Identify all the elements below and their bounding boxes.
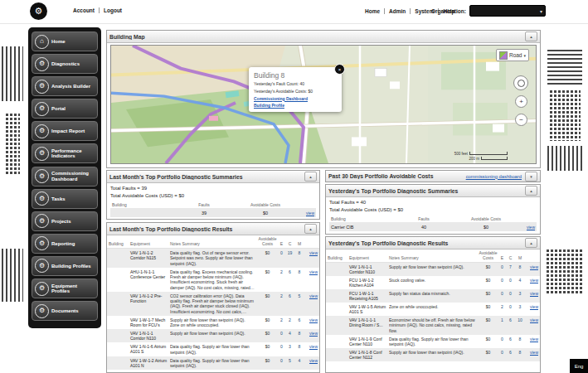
sidebar-item[interactable]: ⚙ Commissioning Dashboard: [32, 167, 98, 186]
popup-building-profile-link[interactable]: Building Profile: [254, 103, 337, 108]
cell-energy-count: 0: [278, 358, 285, 363]
commissioning-dashboard-link[interactable]: commissioning dashboard: [466, 174, 522, 179]
account-link[interactable]: Account: [73, 7, 95, 13]
header-nav-link[interactable]: Admin: [384, 8, 406, 14]
sidebar-item[interactable]: ⚙ Building Profiles: [32, 256, 98, 276]
cell-notes: Supply fan status data mismatch.: [389, 291, 478, 296]
col-e: E: [278, 242, 285, 247]
view-link[interactable]: view: [530, 337, 538, 342]
sidebar-item-icon: ⚙: [35, 102, 49, 116]
map-compass-button[interactable]: [513, 75, 528, 90]
view-link[interactable]: view: [530, 264, 538, 269]
sidebar-item[interactable]: ⚙ Performance Indicators: [32, 143, 98, 163]
collapse-button[interactable]: ▴: [304, 172, 317, 182]
sidebar-item[interactable]: ⚙ Diagnostics: [32, 54, 98, 74]
collapse-button[interactable]: ▴: [304, 224, 317, 234]
zoom-out-button[interactable]: −: [515, 114, 527, 126]
chevron-up-icon: ▴: [530, 188, 532, 193]
sidebar-item[interactable]: ⌂ Home: [32, 31, 98, 51]
sidebar-item-label: Building Profiles: [51, 264, 91, 269]
cell-faults: 40: [391, 225, 457, 230]
language-tab[interactable]: Eng: [570, 359, 588, 373]
view-link[interactable]: view: [530, 317, 538, 322]
cell-equipment: FCU 1-W-1-1 Receiving A105: [349, 291, 389, 301]
icon-glyph: ⚙: [39, 150, 45, 157]
decor-pattern: [549, 90, 581, 141]
sidebar-item[interactable]: ⚙ Analysis Builder: [32, 76, 98, 96]
icon-glyph: ⚙: [39, 128, 45, 134]
expand-button[interactable]: ▾: [525, 172, 537, 182]
panel-title: Yesterday's Top Portfolio Diagnostic Sum…: [328, 188, 525, 194]
past-30-days-panel: Past 30 Days Portfolio Avoidable Costs c…: [325, 170, 541, 182]
table-body: VAV 1-N-1-1 Corridor N110 Supply air flo…: [326, 263, 540, 361]
table-row: FCU 1-W-1-1 Receiving A105 Supply fan st…: [326, 289, 540, 303]
table-row: VAV 1-N-1-9 Conf Center N110 Data qualit…: [326, 335, 540, 349]
panel-header: Past 30 Days Portfolio Avoidable Costs c…: [326, 171, 540, 182]
view-link[interactable]: view: [309, 293, 318, 298]
view-link[interactable]: view: [530, 278, 538, 283]
view-link[interactable]: view: [530, 304, 538, 309]
cell-equipment: VAV 1-N-1-2 Corridor N115: [130, 250, 170, 260]
view-link[interactable]: view: [309, 331, 318, 336]
collapse-button[interactable]: ▴: [525, 238, 537, 248]
col-building: Building: [109, 241, 130, 246]
map-style-selector[interactable]: Road ▾: [496, 49, 529, 61]
cell-energy-count: 0: [498, 337, 506, 342]
cell-costs: $0: [257, 331, 278, 336]
view-link[interactable]: view: [309, 358, 318, 363]
icon-glyph: ⚙: [39, 105, 45, 112]
view-link[interactable]: view: [309, 344, 318, 349]
cell-energy-count: 0: [498, 278, 506, 283]
organization-select[interactable]: ▾: [469, 5, 546, 17]
yesterday-results-panel: Yesterday's Top Portfolio Diagnostic Res…: [325, 236, 541, 373]
language-label: Eng: [575, 364, 584, 369]
sidebar-item[interactable]: ⚙ Projects: [32, 211, 98, 231]
view-link[interactable]: view: [309, 250, 318, 255]
sidebar-item-label: Diagnostics: [51, 61, 80, 66]
map-canvas[interactable]: × Building 8 Yesterday's Fault Count: 40…: [110, 45, 537, 164]
collapse-button[interactable]: ▴: [525, 186, 537, 196]
popup-commissioning-dashboard-link[interactable]: Commissioning Dashboard: [254, 96, 337, 101]
view-link[interactable]: view: [527, 225, 535, 230]
sidebar-item-label: Reporting: [51, 241, 75, 246]
view-link[interactable]: view: [306, 211, 314, 216]
table-header: Building Faults Avoidable Costs: [329, 216, 537, 222]
cell-costs: $0: [457, 225, 515, 230]
view-link[interactable]: view: [309, 269, 318, 274]
sidebar-item[interactable]: ⚙ Equipment Profiles: [32, 279, 98, 298]
popup-close-button[interactable]: ×: [334, 64, 345, 75]
cell-equipment: VAV 1-N-1-8 Conf Center N112: [349, 350, 389, 360]
cell-notes: Supply air flow lower than setpoint (IAQ…: [389, 264, 478, 269]
sidebar-item[interactable]: ⚙ Documents: [32, 301, 98, 321]
zoom-in-button[interactable]: +: [515, 95, 527, 108]
organization-label: Organization:: [431, 8, 466, 14]
header-nav-link[interactable]: Home: [365, 8, 380, 14]
table-row: VAV 1-W-1-2 Atrium A101 N Data quality f…: [107, 356, 319, 371]
panel-title: Yesterday's Top Portfolio Diagnostic Res…: [328, 240, 525, 246]
cell-energy-count: 2: [278, 317, 285, 322]
cell-costs: $0: [257, 317, 278, 322]
table-row: Carrier CIB 40 $0 view: [329, 222, 537, 231]
sidebar-item[interactable]: ⚙ Reporting: [32, 234, 98, 254]
cell-notes: Zone on while unoccupied.: [389, 304, 478, 309]
cell-notes: Data quality flag. Supply air flow lower…: [170, 358, 257, 369]
sidebar-item[interactable]: ⚙ Tasks: [32, 189, 98, 209]
collapse-button[interactable]: ▴: [525, 31, 537, 41]
close-icon: ×: [338, 67, 342, 72]
cell-costs: $0: [478, 278, 498, 283]
logout-link[interactable]: Logout: [99, 7, 122, 13]
sidebar-item-label: Tasks: [51, 196, 66, 201]
cell-comfort-count: 6: [285, 293, 294, 298]
cell-equipment: VAV 1-W-1-2 Atrium A101 N: [130, 358, 170, 368]
view-link[interactable]: view: [530, 291, 538, 296]
view-link[interactable]: view: [309, 317, 318, 322]
cell-equipment: VAV 1-W-1-5 Atrium A101 S: [349, 304, 389, 314]
sidebar-item-icon: ⚙: [35, 236, 49, 250]
view-link[interactable]: view: [530, 350, 538, 355]
sidebar-item[interactable]: ⚙ Impact Report: [32, 121, 98, 141]
map-scale: 500 feet 200 m: [454, 151, 508, 161]
cell-comfort-count: 6: [506, 350, 515, 355]
sidebar-item[interactable]: ⚙ Portal: [32, 99, 98, 119]
app-logo-icon[interactable]: ⚙: [30, 2, 47, 20]
table-row: VAV 1-N-1-2 Corridor N115 Data quality f…: [107, 249, 319, 268]
